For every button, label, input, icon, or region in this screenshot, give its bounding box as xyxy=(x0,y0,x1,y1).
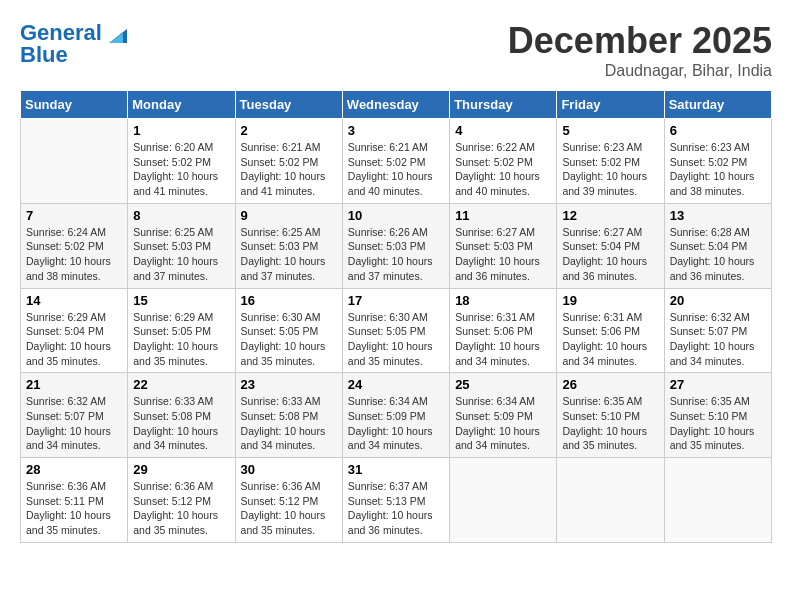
day-info: Sunrise: 6:37 AM Sunset: 5:13 PM Dayligh… xyxy=(348,479,444,538)
calendar-cell: 30Sunrise: 6:36 AM Sunset: 5:12 PM Dayli… xyxy=(235,458,342,543)
weekday-header-thursday: Thursday xyxy=(450,91,557,119)
calendar-cell: 24Sunrise: 6:34 AM Sunset: 5:09 PM Dayli… xyxy=(342,373,449,458)
calendar-week-2: 7Sunrise: 6:24 AM Sunset: 5:02 PM Daylig… xyxy=(21,203,772,288)
day-info: Sunrise: 6:25 AM Sunset: 5:03 PM Dayligh… xyxy=(241,225,337,284)
day-number: 11 xyxy=(455,208,551,223)
day-number: 14 xyxy=(26,293,122,308)
day-number: 30 xyxy=(241,462,337,477)
calendar-cell: 28Sunrise: 6:36 AM Sunset: 5:11 PM Dayli… xyxy=(21,458,128,543)
day-info: Sunrise: 6:20 AM Sunset: 5:02 PM Dayligh… xyxy=(133,140,229,199)
calendar-cell: 16Sunrise: 6:30 AM Sunset: 5:05 PM Dayli… xyxy=(235,288,342,373)
calendar-cell: 3Sunrise: 6:21 AM Sunset: 5:02 PM Daylig… xyxy=(342,119,449,204)
day-info: Sunrise: 6:30 AM Sunset: 5:05 PM Dayligh… xyxy=(348,310,444,369)
calendar-cell xyxy=(664,458,771,543)
day-info: Sunrise: 6:29 AM Sunset: 5:04 PM Dayligh… xyxy=(26,310,122,369)
day-number: 18 xyxy=(455,293,551,308)
calendar-cell: 22Sunrise: 6:33 AM Sunset: 5:08 PM Dayli… xyxy=(128,373,235,458)
calendar-cell: 21Sunrise: 6:32 AM Sunset: 5:07 PM Dayli… xyxy=(21,373,128,458)
day-number: 17 xyxy=(348,293,444,308)
day-info: Sunrise: 6:32 AM Sunset: 5:07 PM Dayligh… xyxy=(670,310,766,369)
day-number: 12 xyxy=(562,208,658,223)
day-number: 9 xyxy=(241,208,337,223)
day-info: Sunrise: 6:36 AM Sunset: 5:12 PM Dayligh… xyxy=(241,479,337,538)
day-info: Sunrise: 6:36 AM Sunset: 5:11 PM Dayligh… xyxy=(26,479,122,538)
day-info: Sunrise: 6:33 AM Sunset: 5:08 PM Dayligh… xyxy=(241,394,337,453)
location: Daudnagar, Bihar, India xyxy=(508,62,772,80)
calendar-cell: 1Sunrise: 6:20 AM Sunset: 5:02 PM Daylig… xyxy=(128,119,235,204)
day-info: Sunrise: 6:26 AM Sunset: 5:03 PM Dayligh… xyxy=(348,225,444,284)
calendar-cell: 20Sunrise: 6:32 AM Sunset: 5:07 PM Dayli… xyxy=(664,288,771,373)
calendar-cell: 13Sunrise: 6:28 AM Sunset: 5:04 PM Dayli… xyxy=(664,203,771,288)
day-info: Sunrise: 6:25 AM Sunset: 5:03 PM Dayligh… xyxy=(133,225,229,284)
day-info: Sunrise: 6:22 AM Sunset: 5:02 PM Dayligh… xyxy=(455,140,551,199)
day-number: 8 xyxy=(133,208,229,223)
day-info: Sunrise: 6:35 AM Sunset: 5:10 PM Dayligh… xyxy=(562,394,658,453)
calendar-cell: 8Sunrise: 6:25 AM Sunset: 5:03 PM Daylig… xyxy=(128,203,235,288)
weekday-header-sunday: Sunday xyxy=(21,91,128,119)
day-number: 20 xyxy=(670,293,766,308)
weekday-header-wednesday: Wednesday xyxy=(342,91,449,119)
day-number: 28 xyxy=(26,462,122,477)
day-number: 25 xyxy=(455,377,551,392)
calendar-cell: 12Sunrise: 6:27 AM Sunset: 5:04 PM Dayli… xyxy=(557,203,664,288)
weekday-header-saturday: Saturday xyxy=(664,91,771,119)
day-info: Sunrise: 6:23 AM Sunset: 5:02 PM Dayligh… xyxy=(670,140,766,199)
day-number: 2 xyxy=(241,123,337,138)
calendar-cell: 2Sunrise: 6:21 AM Sunset: 5:02 PM Daylig… xyxy=(235,119,342,204)
logo-icon xyxy=(109,25,127,43)
calendar-cell: 27Sunrise: 6:35 AM Sunset: 5:10 PM Dayli… xyxy=(664,373,771,458)
weekday-header-row: SundayMondayTuesdayWednesdayThursdayFrid… xyxy=(21,91,772,119)
day-number: 10 xyxy=(348,208,444,223)
day-info: Sunrise: 6:27 AM Sunset: 5:04 PM Dayligh… xyxy=(562,225,658,284)
calendar-cell: 25Sunrise: 6:34 AM Sunset: 5:09 PM Dayli… xyxy=(450,373,557,458)
day-info: Sunrise: 6:24 AM Sunset: 5:02 PM Dayligh… xyxy=(26,225,122,284)
day-info: Sunrise: 6:30 AM Sunset: 5:05 PM Dayligh… xyxy=(241,310,337,369)
calendar-cell: 15Sunrise: 6:29 AM Sunset: 5:05 PM Dayli… xyxy=(128,288,235,373)
day-number: 3 xyxy=(348,123,444,138)
page-header: General Blue December 2025 Daudnagar, Bi… xyxy=(20,20,772,80)
weekday-header-tuesday: Tuesday xyxy=(235,91,342,119)
calendar-cell xyxy=(557,458,664,543)
day-info: Sunrise: 6:36 AM Sunset: 5:12 PM Dayligh… xyxy=(133,479,229,538)
day-info: Sunrise: 6:23 AM Sunset: 5:02 PM Dayligh… xyxy=(562,140,658,199)
day-number: 6 xyxy=(670,123,766,138)
calendar-cell xyxy=(450,458,557,543)
calendar-cell: 29Sunrise: 6:36 AM Sunset: 5:12 PM Dayli… xyxy=(128,458,235,543)
day-number: 7 xyxy=(26,208,122,223)
day-info: Sunrise: 6:35 AM Sunset: 5:10 PM Dayligh… xyxy=(670,394,766,453)
calendar-week-4: 21Sunrise: 6:32 AM Sunset: 5:07 PM Dayli… xyxy=(21,373,772,458)
month-title: December 2025 xyxy=(508,20,772,62)
calendar-cell xyxy=(21,119,128,204)
day-number: 23 xyxy=(241,377,337,392)
calendar-cell: 6Sunrise: 6:23 AM Sunset: 5:02 PM Daylig… xyxy=(664,119,771,204)
day-info: Sunrise: 6:27 AM Sunset: 5:03 PM Dayligh… xyxy=(455,225,551,284)
calendar-cell: 5Sunrise: 6:23 AM Sunset: 5:02 PM Daylig… xyxy=(557,119,664,204)
day-number: 1 xyxy=(133,123,229,138)
calendar-cell: 23Sunrise: 6:33 AM Sunset: 5:08 PM Dayli… xyxy=(235,373,342,458)
day-number: 4 xyxy=(455,123,551,138)
calendar-cell: 18Sunrise: 6:31 AM Sunset: 5:06 PM Dayli… xyxy=(450,288,557,373)
title-area: December 2025 Daudnagar, Bihar, India xyxy=(508,20,772,80)
calendar-cell: 17Sunrise: 6:30 AM Sunset: 5:05 PM Dayli… xyxy=(342,288,449,373)
day-info: Sunrise: 6:21 AM Sunset: 5:02 PM Dayligh… xyxy=(348,140,444,199)
day-number: 15 xyxy=(133,293,229,308)
calendar-cell: 14Sunrise: 6:29 AM Sunset: 5:04 PM Dayli… xyxy=(21,288,128,373)
day-number: 31 xyxy=(348,462,444,477)
day-info: Sunrise: 6:34 AM Sunset: 5:09 PM Dayligh… xyxy=(455,394,551,453)
calendar-cell: 31Sunrise: 6:37 AM Sunset: 5:13 PM Dayli… xyxy=(342,458,449,543)
logo: General Blue xyxy=(20,20,127,68)
calendar-cell: 26Sunrise: 6:35 AM Sunset: 5:10 PM Dayli… xyxy=(557,373,664,458)
weekday-header-monday: Monday xyxy=(128,91,235,119)
day-number: 29 xyxy=(133,462,229,477)
day-number: 13 xyxy=(670,208,766,223)
calendar-cell: 11Sunrise: 6:27 AM Sunset: 5:03 PM Dayli… xyxy=(450,203,557,288)
day-info: Sunrise: 6:28 AM Sunset: 5:04 PM Dayligh… xyxy=(670,225,766,284)
day-info: Sunrise: 6:31 AM Sunset: 5:06 PM Dayligh… xyxy=(455,310,551,369)
day-info: Sunrise: 6:32 AM Sunset: 5:07 PM Dayligh… xyxy=(26,394,122,453)
day-number: 19 xyxy=(562,293,658,308)
day-number: 16 xyxy=(241,293,337,308)
day-info: Sunrise: 6:31 AM Sunset: 5:06 PM Dayligh… xyxy=(562,310,658,369)
day-info: Sunrise: 6:29 AM Sunset: 5:05 PM Dayligh… xyxy=(133,310,229,369)
day-info: Sunrise: 6:33 AM Sunset: 5:08 PM Dayligh… xyxy=(133,394,229,453)
weekday-header-friday: Friday xyxy=(557,91,664,119)
